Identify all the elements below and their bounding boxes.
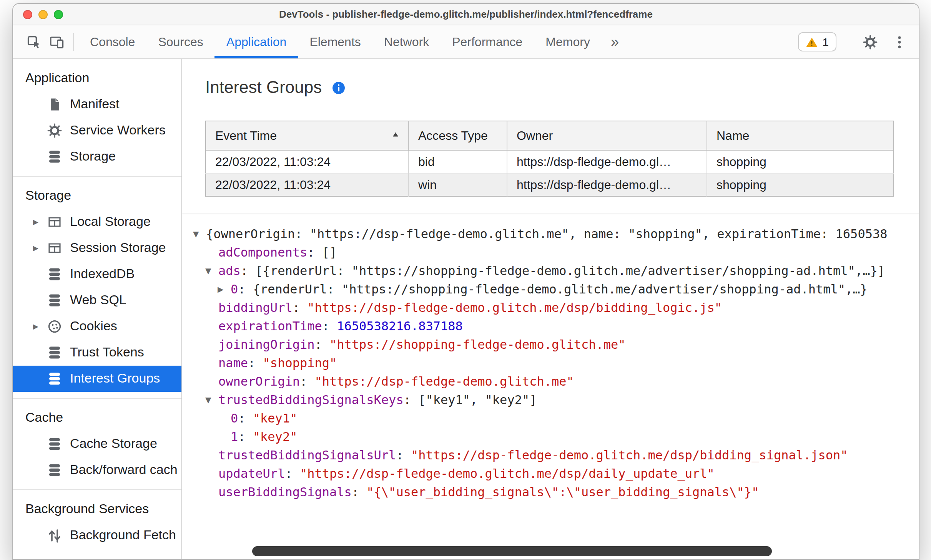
tree-line[interactable]: 0: "key1" — [188, 409, 919, 428]
table-cell: bid — [409, 150, 507, 173]
token-key: updateUrl — [218, 466, 285, 481]
sidebar-item-local-storage[interactable]: ▶Local Storage — [13, 209, 181, 235]
sidebar-item-label: Cache Storage — [70, 436, 177, 452]
token-key: biddingUrl — [218, 300, 293, 315]
tree-line[interactable]: ▶0: {renderUrl: "https://shopping-fledge… — [188, 280, 919, 299]
expander-triangle-icon[interactable]: ▶ — [33, 323, 47, 330]
tree-line[interactable]: ▼trustedBiddingSignalsKeys: ["key1", "ke… — [188, 391, 919, 409]
token-key: name — [218, 356, 248, 370]
zoom-button[interactable] — [54, 10, 63, 19]
devtools-window: DevTools - publisher-fledge-demo.glitch.… — [12, 3, 919, 560]
token-plain: : — [238, 411, 253, 426]
table-icon — [47, 214, 62, 230]
table-body: 22/03/2022, 11:03:24bidhttps://dsp-fledg… — [206, 150, 894, 196]
tree-expand-arrow[interactable]: ▶ — [218, 280, 231, 299]
device-toolbar-button[interactable] — [45, 25, 68, 58]
more-tabs-button[interactable]: » — [602, 25, 628, 58]
sidebar-item-interest-groups[interactable]: Interest Groups — [13, 366, 181, 392]
window-title: DevTools - publisher-fledge-demo.glitch.… — [13, 8, 919, 20]
token-plain: : — [322, 319, 337, 333]
section-title: Background Services — [13, 496, 181, 522]
expander-triangle-icon[interactable]: ▶ — [33, 244, 47, 252]
application-sidebar: ApplicationManifestService WorkersStorag… — [13, 59, 182, 559]
token-string: "shopping" — [263, 356, 337, 370]
interest-groups-table: Event TimeAccess TypeOwnerName 22/03/202… — [205, 121, 894, 197]
tree-line[interactable]: updateUrl: "https://dsp-fledge-demo.glit… — [188, 465, 919, 483]
sidebar-item-indexeddb[interactable]: IndexedDB — [13, 261, 181, 287]
tree-line[interactable]: joiningOrigin: "https://shopping-fledge-… — [188, 336, 919, 354]
tree-line[interactable]: adComponents: [] — [188, 244, 919, 262]
page-title: Interest Groups — [205, 78, 322, 98]
table-cell: 22/03/2022, 11:03:24 — [206, 173, 409, 196]
expander-triangle-icon[interactable]: ▶ — [33, 218, 47, 226]
token-key: adComponents — [218, 245, 307, 260]
sidebar-item-cache-storage[interactable]: Cache Storage — [13, 431, 181, 457]
column-header-owner[interactable]: Owner — [507, 121, 707, 150]
panel-divider — [182, 214, 919, 214]
inspect-button[interactable] — [22, 25, 45, 58]
sidebar-item-session-storage[interactable]: ▶Session Storage — [13, 235, 181, 261]
table-icon — [47, 240, 62, 256]
column-header-access-type[interactable]: Access Type — [409, 121, 507, 150]
tree-expand-arrow[interactable]: ▼ — [205, 262, 218, 280]
tree-line[interactable]: ▼ads: [{renderUrl: "https://shopping-fle… — [188, 262, 919, 280]
sidebar-item-background-fetch[interactable]: Background Fetch — [13, 522, 181, 548]
sidebar-sections: ApplicationManifestService WorkersStorag… — [13, 59, 181, 555]
sidebar-item-cookies[interactable]: ▶Cookies — [13, 313, 181, 340]
horizontal-scrollbar-thumb[interactable] — [252, 546, 772, 556]
devtools-content: ApplicationManifestService WorkersStorag… — [13, 59, 919, 559]
minimize-button[interactable] — [38, 10, 48, 19]
token-plain: : — [352, 485, 367, 499]
table-cell: https://dsp-fledge-demo.gl… — [507, 173, 707, 196]
toolbar-separator — [73, 33, 74, 51]
tree-line[interactable]: ownerOrigin: "https://dsp-fledge-demo.gl… — [188, 373, 919, 391]
token-plain: [{renderUrl: "https://shopping-fledge-de… — [255, 263, 885, 278]
tab-elements[interactable]: Elements — [298, 25, 372, 58]
column-header-name[interactable]: Name — [707, 121, 894, 150]
table-cell: win — [409, 173, 507, 196]
sidebar-item-manifest[interactable]: Manifest — [13, 91, 181, 118]
column-header-event-time[interactable]: Event Time — [206, 121, 409, 150]
sidebar-item-label: Trust Tokens — [70, 345, 177, 360]
tree-line[interactable]: biddingUrl: "https://dsp-fledge-demo.gli… — [188, 299, 919, 317]
token-plain: : — [238, 429, 253, 444]
table-row[interactable]: 22/03/2022, 11:03:24winhttps://dsp-fledg… — [206, 173, 894, 196]
tree-line[interactable]: trustedBiddingSignalsUrl: "https://dsp-f… — [188, 446, 919, 465]
database-icon — [47, 345, 62, 360]
table-row[interactable]: 22/03/2022, 11:03:24bidhttps://dsp-fledg… — [206, 150, 894, 173]
token-key: 1 — [231, 429, 238, 444]
tree-expand-arrow[interactable]: ▼ — [205, 391, 218, 409]
tree-line[interactable]: userBiddingSignals: "{\"user_bidding_sig… — [188, 483, 919, 502]
tree-line[interactable]: 1: "key2" — [188, 428, 919, 446]
token-key: joiningOrigin — [218, 337, 314, 352]
more-menu-button[interactable] — [888, 34, 911, 50]
json-tree: ▼{ownerOrigin: "https://dsp-fledge-demo.… — [188, 225, 919, 502]
issues-badge[interactable]: 1 — [798, 32, 836, 51]
settings-button[interactable] — [859, 34, 882, 50]
tab-application[interactable]: Application — [215, 25, 298, 58]
sidebar-item-service-workers[interactable]: Service Workers — [13, 118, 181, 144]
sidebar-item-back-forward-cache[interactable]: Back/forward cache — [13, 457, 181, 483]
tab-performance[interactable]: Performance — [441, 25, 534, 58]
token-plain: : — [238, 282, 253, 297]
sidebar-item-storage[interactable]: Storage — [13, 144, 181, 170]
token-string: "https://shopping-fledge-demo.glitch.me" — [329, 337, 626, 352]
sidebar-item-web-sql[interactable]: Web SQL — [13, 287, 181, 313]
warning-icon — [805, 36, 818, 48]
table-cell: 22/03/2022, 11:03:24 — [206, 150, 409, 173]
tab-network[interactable]: Network — [372, 25, 441, 58]
token-string: "{\"user_bidding_signals\":\"user_biddin… — [366, 485, 759, 499]
tab-memory[interactable]: Memory — [534, 25, 602, 58]
sidebar-item-trust-tokens[interactable]: Trust Tokens — [13, 340, 181, 366]
tab-sources[interactable]: Sources — [146, 25, 214, 58]
tree-expand-arrow[interactable]: ▼ — [193, 225, 206, 244]
info-icon[interactable] — [331, 80, 346, 95]
close-button[interactable] — [23, 10, 32, 19]
token-plain: : — [248, 356, 263, 370]
tab-console[interactable]: Console — [78, 25, 146, 58]
tree-line[interactable]: name: "shopping" — [188, 354, 919, 373]
tree-line[interactable]: ▼{ownerOrigin: "https://dsp-fledge-demo.… — [188, 225, 919, 244]
more-menu-icon — [892, 34, 907, 50]
tree-line[interactable]: expirationTime: 1650538216.837188 — [188, 317, 919, 336]
token-plain: : — [241, 263, 256, 278]
